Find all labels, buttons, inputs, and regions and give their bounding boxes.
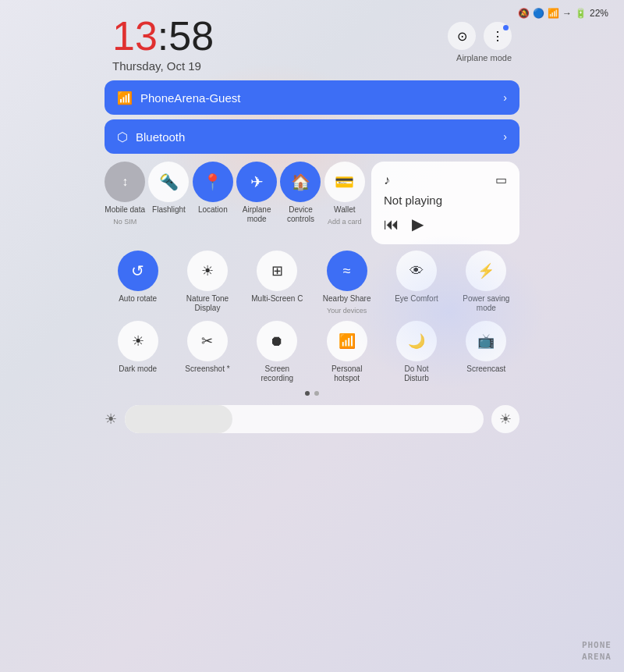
tile-mobile-data[interactable]: ↕ Mobile data No SIM bbox=[105, 162, 145, 226]
screen-recording-label: Screenrecording bbox=[261, 364, 293, 383]
tile-auto-rotate[interactable]: ↺ Auto rotate bbox=[105, 251, 171, 315]
top-icons-row: ⊙ ⋮ bbox=[448, 22, 512, 50]
mobile-data-icon-wrap: ↕ bbox=[105, 162, 145, 202]
device-controls-label: Devicecontrols bbox=[287, 205, 314, 224]
location-icon: 📍 bbox=[203, 172, 222, 191]
tile-dark-mode[interactable]: ☀ Dark mode bbox=[105, 321, 171, 383]
hotspot-label: Personalhotspot bbox=[332, 364, 362, 383]
tile-nature-tone[interactable]: ☀ Nature ToneDisplay bbox=[174, 251, 240, 315]
tile-location[interactable]: 📍 Location bbox=[193, 162, 233, 226]
location-icon-wrap: 📍 bbox=[193, 162, 233, 202]
airplane-icon: ✈ bbox=[250, 172, 264, 191]
tile-nearby-share[interactable]: ≈ Nearby Share Your devices bbox=[314, 251, 380, 315]
music-note-icon: ♪ bbox=[384, 173, 390, 187]
tile-screen-recording[interactable]: ⏺ Screenrecording bbox=[244, 321, 310, 383]
wifi-arrow-icon: › bbox=[503, 91, 507, 104]
auto-rotate-icon: ↺ bbox=[131, 261, 144, 280]
location-label: Location bbox=[198, 205, 228, 215]
tile-airplane[interactable]: ✈ Airplanemode bbox=[236, 162, 277, 226]
wallet-icon: 💳 bbox=[335, 172, 354, 191]
airplane-mode-label: Airplane mode bbox=[456, 53, 512, 62]
brightness-min-icon: ☀ bbox=[105, 411, 117, 428]
top-right-controls: ⊙ ⋮ Airplane mode bbox=[448, 22, 512, 62]
bluetooth-status-icon: 🔵 bbox=[533, 8, 544, 19]
flashlight-icon: 🔦 bbox=[159, 172, 179, 191]
airplane-label-tile: Airplanemode bbox=[243, 205, 271, 224]
bluetooth-label: Bluetooth bbox=[136, 130, 185, 144]
camera-icon: ⊙ bbox=[457, 29, 467, 44]
flashlight-label: Flashlight bbox=[152, 205, 186, 215]
more-options-button[interactable]: ⋮ bbox=[484, 22, 512, 50]
auto-rotate-label: Auto rotate bbox=[119, 294, 157, 304]
wallet-sublabel: Add a card bbox=[328, 218, 362, 226]
tile-dnd[interactable]: 🌙 Do NotDisturb bbox=[383, 321, 449, 383]
tile-wallet[interactable]: 💳 Wallet Add a card bbox=[324, 162, 365, 226]
bluetooth-arrow-icon: › bbox=[503, 130, 507, 143]
flashlight-icon-wrap: 🔦 bbox=[148, 162, 189, 202]
status-icons: 🔕 🔵 📶 → 🔋 22% bbox=[518, 8, 608, 19]
nearby-share-icon: ≈ bbox=[343, 263, 351, 279]
pagination bbox=[105, 391, 519, 396]
nearby-share-icon-wrap: ≈ bbox=[327, 251, 367, 291]
dnd-label: Do NotDisturb bbox=[404, 364, 429, 383]
multiscreen-icon-wrap: ⊞ bbox=[257, 251, 297, 291]
media-card: ♪ ▭ Not playing ⏮ ▶ bbox=[371, 162, 519, 244]
network-bars: 📶 PhoneArena-Guest › ⬡ Bluetooth › bbox=[105, 80, 519, 154]
camera-settings-button[interactable]: ⊙ bbox=[448, 22, 476, 50]
screenshot-label: Screenshot * bbox=[185, 364, 229, 374]
hotspot-icon-wrap: 📶 bbox=[327, 321, 367, 361]
tile-flashlight[interactable]: 🔦 Flashlight bbox=[148, 162, 189, 226]
quick-tiles-grid: ↕ Mobile data No SIM 🔦 Flashlight bbox=[105, 162, 365, 226]
pagination-dot-2 bbox=[314, 391, 319, 396]
media-card-top: ♪ ▭ bbox=[384, 172, 507, 187]
mobile-data-label: Mobile data bbox=[105, 205, 145, 215]
mobile-data-icon: ↕ bbox=[122, 175, 128, 189]
eye-comfort-label: Eye Comfort bbox=[395, 294, 438, 304]
media-prev-button[interactable]: ⏮ bbox=[384, 215, 399, 233]
screencast-icon-wrap: 📺 bbox=[466, 321, 506, 361]
wifi-bar[interactable]: 📶 PhoneArena-Guest › bbox=[105, 80, 519, 115]
dark-mode-icon: ☀ bbox=[132, 332, 144, 350]
device-controls-icon: 🏠 bbox=[291, 172, 310, 191]
auto-rotate-icon-wrap: ↺ bbox=[118, 251, 158, 291]
hotspot-icon: 📶 bbox=[339, 332, 356, 350]
brightness-slider[interactable] bbox=[125, 405, 484, 433]
media-controls: ⏮ ▶ bbox=[384, 215, 507, 233]
third-row-tiles-grid: ☀ Dark mode ✂ Screenshot * ⏺ Screenrecor… bbox=[105, 321, 519, 383]
watermark: PHONE ARENA bbox=[582, 640, 612, 663]
tile-eye-comfort[interactable]: 👁 Eye Comfort bbox=[383, 251, 449, 315]
screen-recording-icon: ⏺ bbox=[270, 333, 284, 350]
mobile-data-sublabel: No SIM bbox=[113, 218, 136, 226]
bluetooth-bar[interactable]: ⬡ Bluetooth › bbox=[105, 119, 519, 154]
power-saving-icon: ⚡ bbox=[477, 262, 495, 279]
battery-percentage: 22% bbox=[590, 8, 608, 19]
hour-display: 13 bbox=[112, 13, 158, 59]
media-title: Not playing bbox=[384, 194, 507, 207]
date-display: Thursday, Oct 19 bbox=[112, 59, 214, 73]
media-play-button[interactable]: ▶ bbox=[412, 215, 424, 233]
screen-recording-icon-wrap: ⏺ bbox=[257, 321, 297, 361]
device-controls-icon-wrap: 🏠 bbox=[280, 162, 321, 202]
media-device-icon: ▭ bbox=[495, 172, 507, 187]
tile-power-saving[interactable]: ⚡ Power savingmode bbox=[453, 251, 519, 315]
time-value: 13:58 bbox=[112, 16, 214, 56]
bluetooth-icon: ⬡ bbox=[117, 130, 128, 144]
nature-tone-icon: ☀ bbox=[201, 262, 214, 279]
eye-comfort-icon-wrap: 👁 bbox=[396, 251, 437, 291]
wifi-icon: 📶 bbox=[117, 91, 133, 105]
more-icon: ⋮ bbox=[491, 29, 504, 44]
battery-status-icon: 🔋 bbox=[575, 8, 587, 19]
tile-hotspot[interactable]: 📶 Personalhotspot bbox=[314, 321, 380, 383]
brightness-fill bbox=[125, 405, 232, 433]
screencast-label: Screencast bbox=[466, 364, 505, 374]
time-separator: : bbox=[158, 13, 168, 59]
watermark-line1: PHONE bbox=[582, 640, 612, 651]
tile-multiscreen[interactable]: ⊞ Multi-Screen C bbox=[244, 251, 310, 315]
tile-screencast[interactable]: 📺 Screencast bbox=[453, 321, 519, 383]
tile-device-controls[interactable]: 🏠 Devicecontrols bbox=[280, 162, 321, 226]
pagination-dot-1 bbox=[305, 391, 310, 396]
eye-comfort-icon: 👁 bbox=[410, 263, 424, 279]
screencast-icon: 📺 bbox=[477, 332, 495, 350]
tile-screenshot[interactable]: ✂ Screenshot * bbox=[174, 321, 240, 383]
brightness-max-icon: ☀ bbox=[491, 405, 519, 433]
